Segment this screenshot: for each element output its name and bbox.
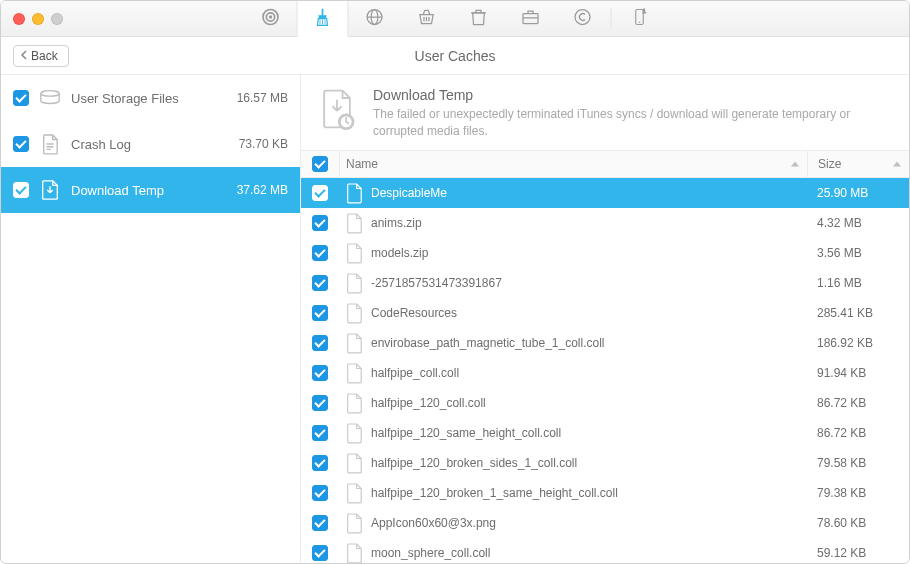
row-size-cell: 25.90 MB <box>807 186 909 200</box>
row-size-cell: 59.12 KB <box>807 546 909 560</box>
phone-icon: 1 <box>631 7 649 30</box>
row-checkbox[interactable] <box>312 485 328 501</box>
table-row[interactable]: halfpipe_120_coll.coll86.72 KB <box>301 388 909 418</box>
table-row[interactable]: moon_sphere_coll.coll59.12 KB <box>301 538 909 563</box>
row-size-cell: 79.38 KB <box>807 486 909 500</box>
row-filename: moon_sphere_coll.coll <box>371 546 490 560</box>
row-checkbox[interactable] <box>312 185 328 201</box>
download-temp-large-icon <box>315 87 359 131</box>
toolbar-dashboard[interactable] <box>245 1 297 37</box>
file-icon <box>345 512 363 534</box>
table-row[interactable]: anims.zip4.32 MB <box>301 208 909 238</box>
toolbar: 1 <box>245 1 666 36</box>
row-checkbox[interactable] <box>312 305 328 321</box>
select-all-checkbox[interactable] <box>312 156 328 172</box>
globe-icon <box>365 7 385 30</box>
table-row[interactable]: halfpipe_120_same_height_coll.coll86.72 … <box>301 418 909 448</box>
row-name-cell: -2571857531473391867 <box>339 272 807 294</box>
back-button[interactable]: Back <box>13 45 69 67</box>
sidebar-checkbox[interactable] <box>13 182 29 198</box>
table-header: Name Size <box>301 150 909 178</box>
toolbar-web[interactable] <box>349 1 401 37</box>
header-checkbox-cell[interactable] <box>301 156 339 172</box>
file-icon <box>345 212 363 234</box>
file-icon <box>345 542 363 563</box>
row-checkbox[interactable] <box>312 275 328 291</box>
table-row[interactable]: CodeResources285.41 KB <box>301 298 909 328</box>
row-checkbox[interactable] <box>312 395 328 411</box>
row-size-cell: 79.58 KB <box>807 456 909 470</box>
row-name-cell: CodeResources <box>339 302 807 324</box>
row-checkbox[interactable] <box>312 515 328 531</box>
row-name-cell: halfpipe_120_broken_sides_1_coll.coll <box>339 452 807 474</box>
main-panel: Download Temp The failed or unexpectedly… <box>301 75 909 563</box>
trash-icon <box>469 7 489 30</box>
table-row[interactable]: halfpipe_coll.coll91.94 KB <box>301 358 909 388</box>
file-icon <box>345 182 363 204</box>
sidebar-item-size: 37.62 MB <box>237 183 288 197</box>
toolbar-uninstall[interactable] <box>401 1 453 37</box>
row-filename: -2571857531473391867 <box>371 276 502 290</box>
download-temp-icon <box>39 179 61 201</box>
row-filename: AppIcon60x60@3x.png <box>371 516 496 530</box>
content: User Storage Files16.57 MBCrash Log73.70… <box>1 75 909 563</box>
table-row[interactable]: halfpipe_120_broken_1_same_height_coll.c… <box>301 478 909 508</box>
svg-point-2 <box>270 16 272 18</box>
table-row[interactable]: AppIcon60x60@3x.png78.60 KB <box>301 508 909 538</box>
row-size-cell: 1.16 MB <box>807 276 909 290</box>
svg-rect-12 <box>523 14 538 24</box>
sidebar-checkbox[interactable] <box>13 136 29 152</box>
table-row[interactable]: -25718575314733918671.16 MB <box>301 268 909 298</box>
row-checkbox[interactable] <box>312 215 328 231</box>
row-checkbox[interactable] <box>312 335 328 351</box>
close-window-button[interactable] <box>13 13 25 25</box>
file-icon <box>345 482 363 504</box>
detail-description: The failed or unexpectedly terminated iT… <box>373 106 895 140</box>
row-checkbox[interactable] <box>312 545 328 561</box>
sidebar-item-label: User Storage Files <box>71 91 227 106</box>
row-checkbox[interactable] <box>312 425 328 441</box>
row-size-cell: 86.72 KB <box>807 426 909 440</box>
file-icon <box>345 362 363 384</box>
column-header-size[interactable]: Size <box>807 151 909 177</box>
toolbar-clean[interactable] <box>297 1 349 37</box>
toolbar-separator <box>611 8 612 30</box>
table-row[interactable]: models.zip3.56 MB <box>301 238 909 268</box>
row-name-cell: DespicableMe <box>339 182 807 204</box>
row-checkbox[interactable] <box>312 365 328 381</box>
row-size-cell: 285.41 KB <box>807 306 909 320</box>
briefcase-icon <box>521 7 541 30</box>
row-name-cell: moon_sphere_coll.coll <box>339 542 807 563</box>
sidebar-item[interactable]: User Storage Files16.57 MB <box>1 75 300 121</box>
row-filename: CodeResources <box>371 306 457 320</box>
detail-header: Download Temp The failed or unexpectedly… <box>301 75 909 150</box>
toolbar-toolbox[interactable] <box>505 1 557 37</box>
toolbar-trash[interactable] <box>453 1 505 37</box>
minimize-window-button[interactable] <box>32 13 44 25</box>
row-filename: models.zip <box>371 246 428 260</box>
row-size-cell: 4.32 MB <box>807 216 909 230</box>
app-window: 1 Back User Caches User Storage Files16.… <box>0 0 910 564</box>
sidebar-checkbox[interactable] <box>13 90 29 106</box>
toolbar-scan[interactable] <box>557 1 609 37</box>
row-checkbox[interactable] <box>312 245 328 261</box>
file-icon <box>345 302 363 324</box>
table-row[interactable]: halfpipe_120_broken_sides_1_coll.coll79.… <box>301 448 909 478</box>
row-filename: halfpipe_coll.coll <box>371 366 459 380</box>
row-name-cell: anims.zip <box>339 212 807 234</box>
column-header-name[interactable]: Name <box>339 151 807 177</box>
row-checkbox[interactable] <box>312 455 328 471</box>
row-filename: halfpipe_120_broken_1_same_height_coll.c… <box>371 486 618 500</box>
basket-icon <box>417 7 437 30</box>
sidebar-item[interactable]: Crash Log73.70 KB <box>1 121 300 167</box>
table-row[interactable]: DespicableMe25.90 MB <box>301 178 909 208</box>
zoom-window-button[interactable] <box>51 13 63 25</box>
table-row[interactable]: envirobase_path_magnetic_tube_1_coll.col… <box>301 328 909 358</box>
subheader: Back User Caches <box>1 37 909 75</box>
sort-arrow-icon <box>893 161 901 166</box>
target-icon <box>261 7 281 30</box>
doc-icon <box>39 133 61 155</box>
traffic-lights <box>13 13 63 25</box>
sidebar-item[interactable]: Download Temp37.62 MB <box>1 167 300 213</box>
toolbar-device[interactable]: 1 <box>614 1 666 37</box>
